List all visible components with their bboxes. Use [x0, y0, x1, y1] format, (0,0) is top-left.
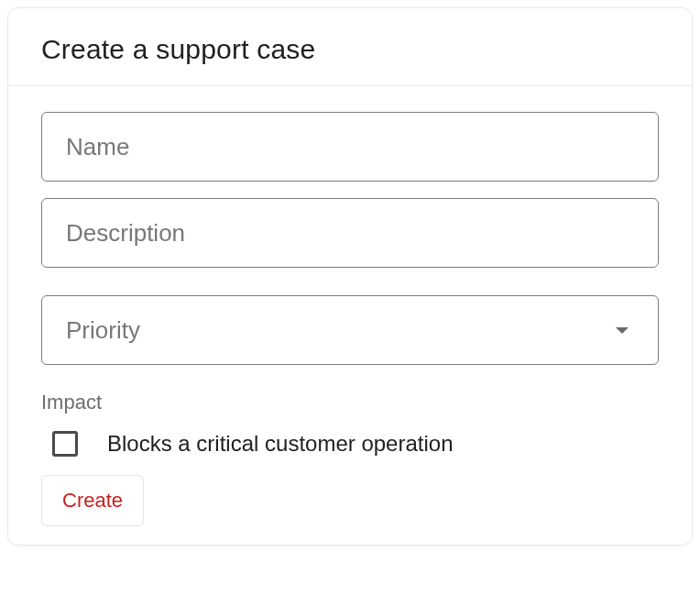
create-button[interactable]: Create: [41, 475, 144, 526]
impact-section-label: Impact: [41, 391, 659, 414]
priority-select[interactable]: Priority: [41, 295, 659, 365]
chevron-down-icon: [616, 327, 629, 334]
description-input[interactable]: [41, 198, 659, 268]
priority-placeholder: Priority: [66, 316, 140, 345]
impact-checkbox-row: Blocks a critical customer operation: [41, 425, 659, 475]
support-case-card: Create a support case Priority Impact Bl…: [7, 7, 693, 546]
impact-checkbox[interactable]: [52, 431, 78, 457]
name-input[interactable]: [41, 112, 659, 182]
name-field-wrap: [41, 112, 659, 182]
card-body: Priority Impact Blocks a critical custom…: [8, 86, 692, 545]
priority-field-wrap: Priority: [41, 295, 659, 365]
card-header: Create a support case: [8, 8, 692, 85]
description-field-wrap: [41, 198, 659, 268]
page-title: Create a support case: [41, 34, 659, 65]
impact-checkbox-label: Blocks a critical customer operation: [107, 431, 453, 457]
